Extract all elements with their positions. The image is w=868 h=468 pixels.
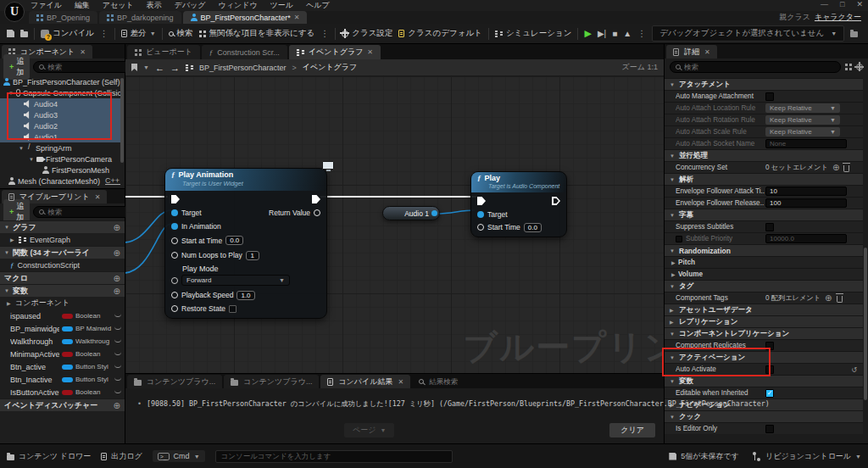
eye-closed-icon[interactable]	[114, 377, 121, 381]
add-variable-icon[interactable]: ⊕	[114, 287, 120, 296]
play-options-icon[interactable]: ⋮	[637, 29, 646, 38]
play-button[interactable]: ▶	[584, 28, 591, 39]
eye-closed-icon[interactable]	[114, 326, 121, 330]
frame-skip-button[interactable]: ▶|	[598, 29, 606, 38]
diff-button[interactable]: 差分▼	[121, 28, 156, 39]
details-scrollbar[interactable]	[864, 248, 867, 400]
auto-activate-checkbox[interactable]	[765, 365, 774, 374]
tab-bp-opening[interactable]: BP_Opening	[29, 11, 97, 24]
menu-asset[interactable]: アセット	[103, 0, 134, 11]
exec-in-pin[interactable]	[477, 197, 486, 205]
tree-item-audio1[interactable]: Audio1	[0, 131, 120, 142]
item-eventgraph[interactable]: ▶ EventGraph	[0, 233, 125, 246]
tree-item-springarm[interactable]: ▼ SpringArm	[0, 142, 120, 153]
simulate-button[interactable]: シミュレーション	[495, 28, 572, 39]
revision-control-button[interactable]: リビジョンコントロール▼	[753, 451, 861, 462]
target-pin[interactable]	[171, 209, 178, 216]
variable-row[interactable]: MinimapActive?Boolean	[0, 348, 125, 360]
start-time-value[interactable]: 0.0	[524, 223, 542, 232]
play-mode-pin[interactable]	[171, 277, 178, 284]
close-icon[interactable]: ✕	[398, 378, 403, 386]
section-concurrency[interactable]: ▼並行処理	[665, 149, 863, 161]
details-search-input[interactable]	[684, 63, 835, 71]
hide-unrelated-options-icon[interactable]: ⋮	[320, 29, 329, 38]
forward-arrow-icon[interactable]: →	[170, 63, 180, 73]
tree-item-capsule[interactable]: ▼ Capsule Component (CollisionCyli	[0, 87, 120, 98]
hide-unrelated-button[interactable]: 無関係な項目を非表示にする	[199, 28, 315, 39]
section-variables[interactable]: ▼ 変数⊕	[0, 284, 125, 297]
eye-closed-icon[interactable]	[114, 390, 121, 393]
result-search-input[interactable]	[429, 377, 480, 386]
reset-to-default-icon[interactable]: ↺	[851, 365, 857, 374]
menu-help[interactable]: ヘルプ	[306, 0, 330, 11]
add-graph-icon[interactable]: ⊕	[114, 223, 120, 232]
attack-time-field[interactable]: 10	[765, 187, 847, 196]
expander-icon[interactable]: ▼	[29, 157, 34, 162]
close-icon[interactable]: ✕	[704, 48, 710, 56]
auto-manage-checkbox[interactable]	[765, 92, 774, 101]
node-audio1-variable[interactable]: Audio 1	[382, 206, 440, 220]
close-icon[interactable]: ✕	[367, 48, 373, 56]
section-cook[interactable]: ▼クック	[665, 410, 863, 422]
save-icon[interactable]	[7, 30, 14, 37]
gear-icon[interactable]	[856, 64, 863, 70]
section-subtitles[interactable]: ▼字幕	[665, 209, 863, 220]
page-dropdown[interactable]: ページ▼	[344, 423, 394, 437]
result-search[interactable]	[412, 375, 487, 388]
add-dispatcher-icon[interactable]: ⊕	[114, 401, 120, 410]
expander-icon[interactable]: ▶	[7, 300, 12, 306]
tree-item-audio4[interactable]: Audio4	[0, 98, 120, 109]
menu-debug[interactable]: デバッグ	[175, 0, 206, 11]
tree-item-mesh[interactable]: Mesh (CharacterMesh0) C++ で	[0, 176, 120, 187]
section-randomization[interactable]: ▼Randomization	[665, 244, 863, 256]
parent-class-link[interactable]: キャラクター	[815, 13, 861, 21]
variable-row[interactable]: Btn_activeButton Styl	[0, 360, 125, 373]
unsaved-button[interactable]: 5個が未保存です	[669, 451, 739, 462]
trash-icon[interactable]	[837, 296, 843, 303]
expander-icon[interactable]: ▶	[10, 237, 15, 242]
item-constructionscript[interactable]: ƒ ConstructionScript	[0, 259, 125, 271]
back-arrow-icon[interactable]: ←	[155, 63, 164, 73]
target-pin[interactable]	[477, 211, 484, 218]
scale-rule-dropdown[interactable]: Keep Relative▼	[765, 127, 840, 136]
release-time-field[interactable]: 100	[765, 198, 847, 208]
menu-view[interactable]: 表示	[147, 0, 162, 11]
section-tags[interactable]: ▼タグ	[665, 280, 863, 292]
tab-construction-script[interactable]: ƒ Construction Scr...	[202, 45, 287, 59]
add-macro-icon[interactable]: ⊕	[114, 274, 120, 283]
start-time-pin[interactable]	[477, 224, 484, 231]
editable-inherited-checkbox[interactable]: ✓	[765, 389, 774, 398]
content-drawer-button[interactable]: コンテンツ ドロワー	[7, 451, 91, 462]
event-graph-canvas[interactable]: ブループリント ƒPlay Animation Target is User W…	[125, 76, 664, 373]
debug-object-dropdown[interactable]: デバッグオブジェクトが選択されていません▼	[652, 25, 844, 42]
playback-speed-pin[interactable]	[171, 292, 178, 298]
minimize-icon[interactable]: —	[821, 0, 828, 8]
num-loops-pin[interactable]	[171, 252, 178, 259]
menu-file[interactable]: ファイル	[31, 0, 62, 11]
tab-bp-firstpersoncharacter[interactable]: BP_FirstPersonCharacter* ✕	[183, 11, 308, 24]
is-editor-only-checkbox[interactable]	[765, 425, 774, 433]
menu-tools[interactable]: ツール	[270, 0, 293, 11]
tab-bp-darkopening[interactable]: BP_darkopening	[99, 11, 181, 24]
class-settings-button[interactable]: クラス設定	[342, 28, 392, 39]
num-loops-value[interactable]: 1	[246, 251, 259, 260]
tree-item-audio3[interactable]: Audio3	[0, 109, 120, 120]
components-scrollbar[interactable]	[120, 78, 124, 163]
breadcrumb-leaf[interactable]: イベントグラフ	[303, 62, 357, 73]
compile-options-icon[interactable]: ⋮	[100, 29, 108, 38]
playback-speed-value[interactable]: 1.0	[236, 291, 254, 300]
eye-closed-icon[interactable]	[114, 314, 121, 317]
compile-button[interactable]: コンパイル	[41, 28, 94, 39]
node-play-animation[interactable]: ƒPlay Animation Target is User Widget Ta…	[164, 168, 327, 319]
category-volume[interactable]: ▶Volume	[665, 268, 863, 280]
eject-button[interactable]: ▲	[623, 29, 632, 38]
location-rule-dropdown[interactable]: Keep Relative▼	[765, 103, 840, 113]
eye-closed-icon[interactable]	[114, 339, 121, 343]
tree-item-audio2[interactable]: Audio2	[0, 120, 120, 131]
find-button[interactable]: 検索	[169, 28, 193, 39]
tab-content-browser-2[interactable]: コンテンツブラウ...	[224, 375, 319, 388]
bookmark-dropdown-icon[interactable]: ▼	[143, 64, 149, 70]
section-variable[interactable]: ▼変数	[665, 375, 863, 387]
section-activation[interactable]: ▼アクティベーション	[665, 351, 863, 363]
section-asset-user-data[interactable]: ▶アセットユーザデータ	[665, 304, 863, 315]
